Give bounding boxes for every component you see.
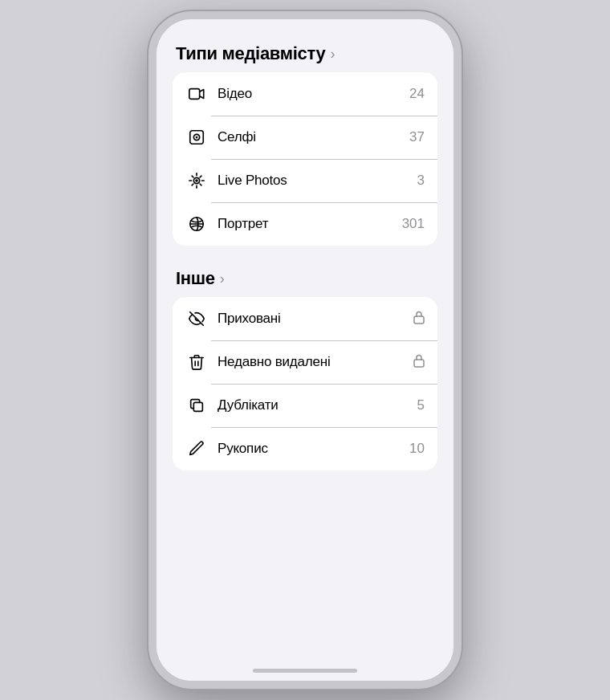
video-icon <box>185 83 208 105</box>
handwriting-icon <box>185 438 208 460</box>
home-indicator <box>253 669 357 673</box>
duplicates-value: 5 <box>417 397 425 413</box>
other-chevron: › <box>220 271 225 287</box>
phone-screen: Типи медіавмісту › Відео 24 <box>157 19 453 681</box>
svg-rect-9 <box>193 402 202 411</box>
other-card: Приховані <box>173 297 437 470</box>
list-item[interactable]: Недавно видалені <box>173 340 437 384</box>
list-item[interactable]: Селфі 37 <box>173 116 437 159</box>
portrait-icon <box>185 213 208 235</box>
handwriting-label: Рукопис <box>218 441 403 457</box>
media-types-title: Типи медіавмісту <box>176 43 326 64</box>
video-label: Відео <box>218 86 403 102</box>
media-types-chevron: › <box>331 46 336 63</box>
other-header[interactable]: Інше › <box>176 268 437 289</box>
live-photos-icon <box>185 169 208 192</box>
selfie-value: 37 <box>409 129 425 145</box>
video-value: 24 <box>409 86 425 102</box>
list-item[interactable]: Портрет 301 <box>173 202 437 246</box>
list-item[interactable]: Відео 24 <box>173 72 437 116</box>
phone-frame: Типи медіавмісту › Відео 24 <box>148 11 462 689</box>
media-types-header[interactable]: Типи медіавмісту › <box>176 43 437 64</box>
hidden-label: Приховані <box>218 311 407 327</box>
selfie-icon <box>185 126 208 149</box>
svg-rect-8 <box>414 360 424 367</box>
list-item[interactable]: Live Photos 3 <box>173 159 437 202</box>
other-title: Інше <box>176 268 215 289</box>
duplicates-icon <box>185 394 208 417</box>
portrait-label: Портрет <box>218 216 396 232</box>
content-area: Типи медіавмісту › Відео 24 <box>157 19 453 681</box>
list-item[interactable]: Дублікати 5 <box>173 384 437 427</box>
svg-rect-0 <box>189 89 200 100</box>
portrait-value: 301 <box>402 216 425 232</box>
live-photos-value: 3 <box>417 173 425 189</box>
handwriting-value: 10 <box>409 441 425 457</box>
svg-point-3 <box>196 136 198 139</box>
selfie-label: Селфі <box>218 129 403 145</box>
hidden-lock-icon <box>413 310 425 328</box>
duplicates-label: Дублікати <box>218 397 411 413</box>
deleted-label: Недавно видалені <box>218 354 407 370</box>
svg-point-5 <box>195 179 198 182</box>
deleted-lock-icon <box>413 353 425 371</box>
list-item[interactable]: Рукопис 10 <box>173 427 437 470</box>
media-types-card: Відео 24 Селфі 37 <box>173 72 437 246</box>
svg-rect-7 <box>414 316 424 324</box>
deleted-icon <box>185 351 208 373</box>
hidden-icon <box>185 307 208 330</box>
list-item[interactable]: Приховані <box>173 297 437 340</box>
live-photos-label: Live Photos <box>218 173 411 189</box>
